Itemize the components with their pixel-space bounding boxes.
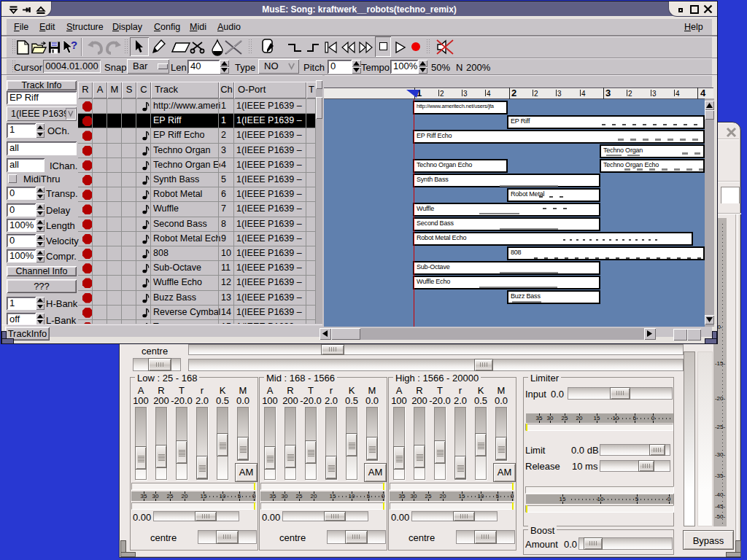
svg-text:?: ? (71, 39, 77, 51)
